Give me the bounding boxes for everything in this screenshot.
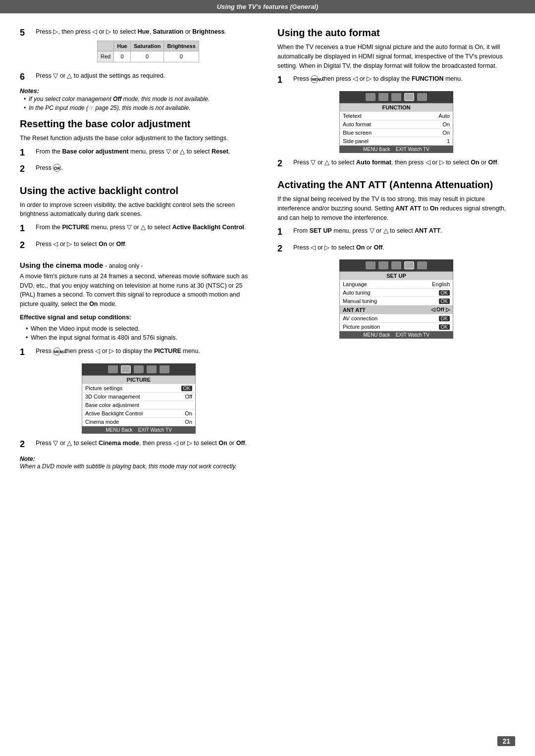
setup-row-6-val: OK [412,323,453,331]
col-empty [98,41,114,51]
picture-row-5: Cinema mode On [82,417,196,426]
autoformat-step-1: 1 Press MENU, then press ◁ or ▷ to displ… [277,74,515,86]
reset-step-1-content: From the Base color adjustment menu, pre… [36,147,258,156]
cinema-step-2-content: Press ▽ or △ to select Cinema mode, then… [36,439,258,448]
autoformat-step-1-content: Press MENU, then press ◁ or ▷ to display… [293,74,515,84]
setup-row-1-val: English [412,280,453,289]
section-cinema-desc: A movie film's picture runs at 24 frames… [20,272,258,309]
col-saturation: Saturation [130,41,163,51]
color-row-label: Red [98,51,114,62]
cinema-note-text: When a DVD movie with subtitle is playin… [20,463,237,470]
setup-menu-wrap: SET UP Language English Auto tuning OK M… [339,259,453,339]
reset-step-1-num: 1 [20,147,31,158]
col-hue: Hue [114,41,131,51]
ant-step-1: 1 From SET UP menu, press ▽ or △ to sele… [277,226,515,238]
section-backlight-title: Using the active backlight control [20,185,258,197]
reset-step-1: 1 From the Base color adjustment menu, p… [20,147,258,158]
picture-row-1-label: Picture settings [82,384,171,392]
setup-row-3-val: OK [412,297,453,305]
section-autoformat-desc: When the TV receives a true HDMI signal … [277,43,515,70]
setup-icon-3 [391,261,401,269]
step-5-number: 5 [20,27,31,39]
step-6-number: 6 [20,71,31,83]
cinema-step-1-num: 1 [20,347,31,358]
function-menu-header: FUNCTION [340,103,453,111]
setup-row-5: AV connection OK [340,314,453,323]
picture-row-2-val: Off [171,392,196,401]
func-icon-5 [417,93,427,101]
func-row-4-val: 1 [415,137,453,145]
reset-step-2: 2 Press OK. [20,163,258,175]
menu-icon-1 [108,365,118,373]
setup-row-5-val: OK [412,314,453,323]
autoformat-step-2-num: 2 [277,158,288,169]
section-reset-title: Resetting the base color adjustment [20,118,258,130]
saturation-val: 0 [130,51,163,62]
header-title: Using the TV's features (General) [217,3,319,10]
setup-row-6: Picture position OK [340,323,453,331]
section-cinema: Using the cinema mode - analog only - A … [20,261,258,470]
setup-menu-icons [339,259,453,271]
ant-step-2-content: Press ◁ or ▷ to select On or Off. [293,243,515,252]
backlight-step-1: 1 From the PICTURE menu, press ▽ or △ to… [20,223,258,234]
func-row-3: Blue screen On [340,128,453,137]
func-row-2: Auto format On [340,120,453,128]
right-column: Using the auto format When the TV receiv… [277,27,515,480]
effective-item-1: When the Video input mode is selected. [26,324,258,334]
setup-row-2-label: Auto tuning [340,289,412,297]
color-table-wrap: Hue Saturation Brightness Red 0 0 [97,41,196,62]
effective-item-2: When the input signal format is 480i and… [26,333,258,343]
picture-menu-header: PICTURE [82,375,196,384]
func-row-3-val: On [415,128,453,137]
picture-row-4: Active Backlight Control On [82,409,196,417]
function-menu-table: FUNCTION Teletext Auto Auto format On Bl… [339,103,453,146]
menu-icon-5 [160,365,169,373]
picture-menu-wrap: PICTURE Picture settings OK 3D Color man… [82,363,196,434]
cinema-title-text: Using the cinema mode [20,261,103,269]
autoformat-menu-btn: MENU [311,75,319,83]
notes-label: Notes: [20,88,258,95]
ok-box: OK [181,386,192,391]
menu-button-symbol: MENU [53,348,61,355]
autoformat-step-2: 2 Press ▽ or △ to select Auto format, th… [277,158,515,169]
func-row-4: Side panel 1 [340,137,453,145]
func-row-3-label: Blue screen [340,128,416,137]
setup-row-1: Language English [340,280,453,289]
notes-section: Notes: If you select color management Of… [20,88,258,112]
picture-row-2-label: 3D Color management [82,392,171,401]
backlight-step-2-content: Press ◁ or ▷ to select On or Off. [36,240,258,249]
step-5-content: Press ▷, then press ◁ or ▷ to select Hue… [36,27,258,66]
reset-step-2-num: 2 [20,163,31,175]
picture-row-4-val: On [171,409,196,417]
setup-icon-1 [366,261,375,269]
setup-row-3-label: Manual tuning [340,297,412,305]
section-reset-desc: The Reset function adjusts the base colo… [20,134,258,143]
function-menu-footer: MENU Back EXIT Watch TV [339,146,453,153]
setup-row-1-label: Language [340,280,412,289]
section-ant-desc: If the signal being received by the TV i… [277,195,515,222]
effective-list: When the Video input mode is selected. W… [20,324,258,343]
setup-row-3: Manual tuning OK [340,297,453,305]
section-backlight-desc: In order to improve screen visibility, t… [20,201,258,219]
setup-row-2: Auto tuning OK [340,289,453,297]
section-backlight: Using the active backlight control In or… [20,185,258,251]
cinema-step-2: 2 Press ▽ or △ to select Cinema mode, th… [20,439,258,450]
cinema-step-1-content: Press MENU, then press ◁ or ▷ to display… [36,347,258,356]
reset-step-2-content: Press OK. [36,163,258,173]
effective-label: Effective signal and setup conditions: [20,313,258,322]
setup-menu-header: SET UP [340,272,453,280]
picture-row-4-label: Active Backlight Control [82,409,171,417]
section-autoformat-title: Using the auto format [277,27,515,39]
setup-row-2-val: OK [412,289,453,297]
ok-box-4: OK [439,316,450,321]
func-icon-4 [404,93,414,101]
function-menu-wrap: FUNCTION Teletext Auto Auto format On Bl… [339,91,453,153]
setup-icon-2 [378,261,388,269]
menu-icon-3 [134,365,144,373]
color-table: Hue Saturation Brightness Red 0 0 [97,41,199,62]
step-5: 5 Press ▷, then press ◁ or ▷ to select H… [20,27,258,66]
setup-row-4: ANT ATT ◁ Off ▷ [340,305,453,314]
autoformat-step-1-num: 1 [277,74,288,86]
picture-menu-footer: MENU Back EXIT Watch TV [82,426,196,434]
ok-button-symbol: OK [53,164,61,172]
